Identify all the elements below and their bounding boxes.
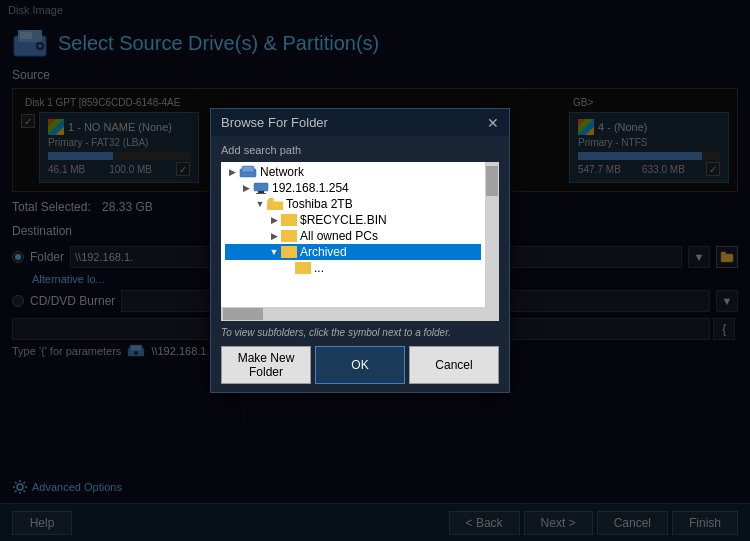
svg-point-9: [134, 351, 138, 355]
folder-icon-archived: [281, 246, 297, 258]
modal-body: Add search path ▶ Network: [211, 136, 509, 392]
toggle-network[interactable]: ▶: [225, 165, 239, 179]
modal-close-button[interactable]: ✕: [487, 116, 499, 130]
make-folder-button[interactable]: Make New Folder: [221, 346, 311, 384]
folder-icon-toshiba: [267, 198, 283, 210]
toggle-ip[interactable]: ▶: [239, 181, 253, 195]
svg-point-10: [17, 484, 23, 490]
advanced-options-row[interactable]: Advanced Options: [0, 475, 134, 499]
drive1-checkbox[interactable]: ✓: [21, 114, 35, 128]
svg-rect-13: [254, 183, 268, 191]
toggle-allpcs[interactable]: ▶: [267, 229, 281, 243]
drive1-select-checkbox[interactable]: ✓: [176, 162, 190, 176]
app-title: Disk Image: [8, 4, 63, 16]
tree-horizontal-scrollbar[interactable]: [221, 307, 499, 321]
source-label: Source: [0, 64, 750, 86]
svg-rect-12: [242, 166, 254, 172]
modal-subtitle: Add search path: [221, 144, 499, 156]
tree-item-recycle[interactable]: ▶ $RECYCLE.BIN: [225, 212, 481, 228]
modal-ok-button[interactable]: OK: [315, 346, 405, 384]
modal-hint: To view subfolders, click the symbol nex…: [221, 327, 499, 338]
folder-icon-sub: [295, 262, 311, 274]
help-button[interactable]: Help: [12, 511, 72, 535]
label-allpcs: All owned PCs: [300, 229, 378, 243]
cancel-button[interactable]: Cancel: [597, 511, 668, 535]
tree-item-sub[interactable]: ...: [225, 260, 481, 276]
gear-icon: [12, 479, 28, 495]
alt-link[interactable]: Alternative lo...: [32, 273, 105, 285]
tree-scroll-thumb[interactable]: [486, 166, 498, 196]
svg-rect-15: [256, 193, 266, 194]
tree-item-ip[interactable]: ▶ 192.168.1.254: [225, 180, 481, 196]
total-selected-value: 28.33 GB: [102, 200, 153, 214]
cd-radio[interactable]: [12, 295, 24, 307]
folder-icon-allpcs: [281, 230, 297, 242]
drive1-card: 1 - NO NAME (None) Primary - FAT32 (LBA)…: [39, 112, 199, 183]
network-drive-icon: [127, 344, 145, 358]
folder-radio[interactable]: [12, 251, 24, 263]
label-toshiba: Toshiba 2TB: [286, 197, 353, 211]
next-button[interactable]: Next >: [524, 511, 593, 535]
computer-icon: [253, 182, 269, 194]
network-icon: [239, 165, 257, 179]
modal-buttons-row: Make New Folder OK Cancel: [221, 342, 499, 384]
folder-icon-recycle: [281, 214, 297, 226]
tree-scroll-x-thumb[interactable]: [223, 308, 263, 320]
total-selected-label: Total Selected:: [12, 200, 91, 214]
toggle-sub[interactable]: [281, 261, 295, 275]
advanced-options-label: Advanced Options: [32, 481, 122, 493]
windows-icon2: [578, 119, 594, 135]
disk-icon: [12, 28, 48, 58]
tree-item-network[interactable]: ▶ Network: [225, 164, 481, 180]
page-title-row: Select Source Drive(s) & Partition(s): [0, 20, 750, 64]
drive2-total: 633.0 MB: [642, 164, 685, 175]
cd-dropdown[interactable]: ▼: [716, 290, 738, 312]
drive1-progress-fill: [48, 152, 113, 160]
tree-item-archived[interactable]: ▼ Archived: [225, 244, 481, 260]
modal-titlebar: Browse For Folder ✕: [211, 109, 509, 136]
drive2-type: Primary - NTFS: [578, 137, 720, 148]
label-recycle: $RECYCLE.BIN: [300, 213, 387, 227]
tree-item-allpcs[interactable]: ▶ All owned PCs: [225, 228, 481, 244]
finish-button[interactable]: Finish: [672, 511, 738, 535]
title-bar: Disk Image: [0, 0, 750, 20]
drive2-used: 547.7 MB: [578, 164, 621, 175]
svg-point-3: [38, 44, 42, 48]
toggle-recycle[interactable]: ▶: [267, 213, 281, 227]
drive2-progress-bg: [578, 152, 720, 160]
folder-dropdown[interactable]: ▼: [688, 246, 710, 268]
drive1-used: 46.1 MB: [48, 164, 85, 175]
label-archived: Archived: [300, 245, 347, 259]
tree-item-toshiba[interactable]: ▼ Toshiba 2TB: [225, 196, 481, 212]
drive2-card: 4 - (None) Primary - NTFS 547.7 MB 633.0…: [569, 112, 729, 183]
drive1-partition: 1 - NO NAME (None): [68, 121, 172, 133]
drive1-header: Disk 1 GPT [859C6CDD-6148-4AE: [21, 97, 199, 108]
label-sub: ...: [314, 261, 324, 275]
folder-label: Folder: [30, 250, 64, 264]
svg-rect-4: [20, 32, 32, 39]
drive1-progress-bg: [48, 152, 190, 160]
folder-tree[interactable]: ▶ Network ▶: [221, 162, 499, 307]
browse-folder-modal: Browse For Folder ✕ Add search path ▶: [210, 108, 510, 393]
cd-label: CD/DVD Burner: [30, 294, 115, 308]
drive2-header: GB>: [569, 97, 729, 108]
type-params-label: Type '{' for parameters: [12, 345, 121, 357]
label-network: Network: [260, 165, 304, 179]
folder-browse-button[interactable]: [716, 246, 738, 268]
tree-scrollbar[interactable]: [485, 162, 499, 307]
label-ip: 192.168.1.254: [272, 181, 349, 195]
drive1-total: 100.0 MB: [109, 164, 152, 175]
back-button[interactable]: < Back: [449, 511, 520, 535]
svg-rect-6: [721, 252, 726, 255]
page-heading: Select Source Drive(s) & Partition(s): [58, 32, 379, 55]
toggle-archived[interactable]: ▼: [267, 245, 281, 259]
toggle-toshiba[interactable]: ▼: [253, 197, 267, 211]
drive2-progress-fill: [578, 152, 702, 160]
windows-icon: [48, 119, 64, 135]
modal-cancel-button[interactable]: Cancel: [409, 346, 499, 384]
extra-browse-button[interactable]: {: [713, 318, 735, 340]
svg-rect-8: [130, 345, 142, 351]
bottom-toolbar: Help < Back Next > Cancel Finish: [0, 503, 750, 541]
modal-title: Browse For Folder: [221, 115, 328, 130]
drive2-select-checkbox[interactable]: ✓: [706, 162, 720, 176]
